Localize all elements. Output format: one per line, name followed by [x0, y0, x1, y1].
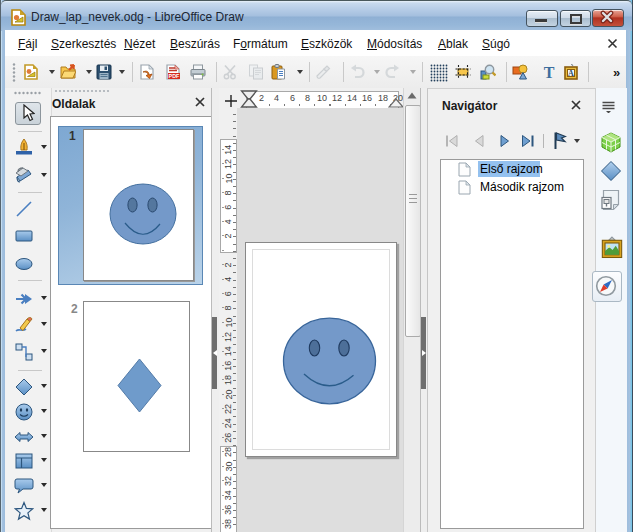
svg-text:4: 4 [224, 219, 234, 224]
svg-text:PDF: PDF [169, 73, 180, 79]
svg-text:26: 26 [224, 433, 234, 443]
svg-text:2: 2 [224, 234, 234, 239]
svg-text:38: 38 [224, 519, 234, 529]
svg-text:12: 12 [224, 332, 234, 342]
svg-text:10: 10 [224, 173, 234, 183]
svg-text:20: 20 [224, 389, 234, 399]
svg-text:A: A [568, 69, 574, 78]
svg-text:T: T [544, 64, 555, 80]
svg-text:8: 8 [224, 190, 234, 195]
svg-text:16: 16 [224, 361, 234, 371]
svg-text:28: 28 [224, 447, 234, 457]
svg-text:10: 10 [224, 317, 234, 327]
svg-text:34: 34 [224, 490, 234, 500]
svg-text:6: 6 [224, 205, 234, 210]
svg-text:14: 14 [224, 145, 234, 155]
svg-text:32: 32 [224, 476, 234, 486]
svg-text:2: 2 [224, 262, 234, 267]
svg-text:30: 30 [224, 461, 234, 471]
svg-text:12: 12 [224, 159, 234, 169]
svg-text:14: 14 [224, 346, 234, 356]
svg-text:24: 24 [224, 418, 234, 428]
svg-text:36: 36 [224, 505, 234, 515]
svg-text:4: 4 [224, 277, 234, 282]
svg-text:22: 22 [224, 404, 234, 414]
svg-text:18: 18 [224, 375, 234, 385]
svg-text:8: 8 [224, 306, 234, 311]
svg-text:6: 6 [224, 291, 234, 296]
